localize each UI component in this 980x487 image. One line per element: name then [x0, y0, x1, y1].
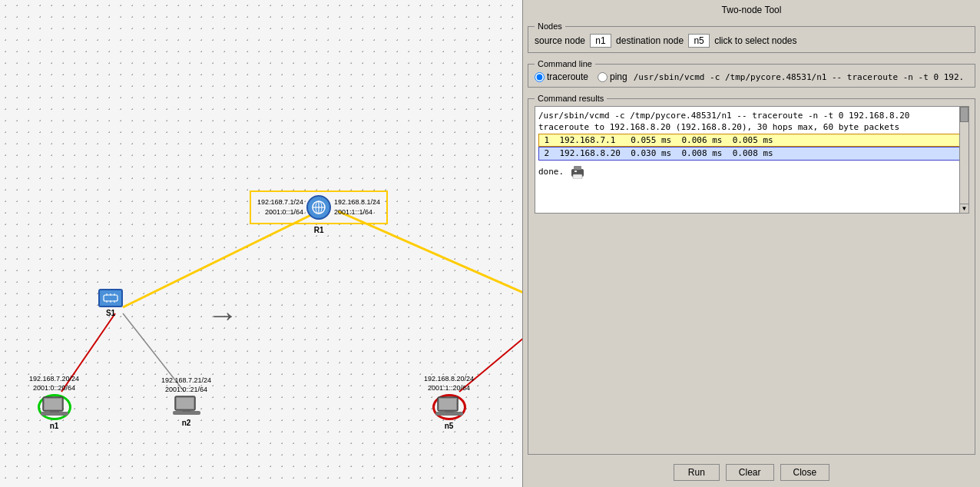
clear-button[interactable]: Clear	[726, 464, 774, 481]
result-line-0: /usr/sbin/vcmd -c /tmp/pycore.48531/n1 -…	[538, 111, 909, 121]
scrollbar-thumb[interactable]	[960, 107, 968, 122]
n2-addr: 192.168.7.21/24 2001:0::21/64	[161, 376, 211, 394]
node-n2[interactable]: 192.168.7.21/24 2001:0::21/64 n2	[161, 376, 211, 427]
panel-title: Two-node Tool	[523, 0, 980, 18]
run-button[interactable]: Run	[674, 464, 720, 481]
scroll-down-btn[interactable]: ▼	[960, 204, 968, 213]
direction-arrow: →	[207, 298, 238, 333]
svg-rect-33	[439, 399, 456, 409]
dest-node-value[interactable]: n5	[688, 34, 710, 48]
node-S1[interactable]: S1	[98, 289, 123, 317]
svg-rect-27	[50, 411, 59, 412]
result-line-1: traceroute to 192.168.8.20 (192.168.8.20…	[538, 122, 899, 132]
results-label: Command results	[535, 94, 607, 103]
result-line-2: 1 192.168.7.1 0.055 ms 0.006 ms 0.005 ms	[538, 134, 965, 147]
n5-addr: 192.168.8.20/24 2001:1::20/64	[424, 375, 474, 393]
n2-label: n2	[182, 419, 191, 427]
result-done: done.	[538, 165, 965, 179]
buttons-row: Run Clear Close	[523, 458, 980, 487]
svg-rect-29	[177, 398, 194, 409]
svg-rect-10	[104, 295, 118, 301]
n2-laptop-icon	[173, 396, 200, 417]
click-hint: click to select nodes	[714, 35, 796, 46]
node-R1[interactable]: 192.168.7.1/24 2001:0::1/64 192.168.8.1/…	[250, 190, 388, 234]
ping-label: ping	[610, 71, 627, 82]
traceroute-radio[interactable]	[535, 72, 545, 82]
n1-label: n1	[50, 422, 59, 430]
command-text: /usr/sbin/vcmd -c /tmp/pycore.48531/n1 -…	[634, 72, 968, 82]
printer-icon	[570, 165, 585, 179]
traceroute-radio-label[interactable]: traceroute	[535, 71, 588, 82]
result-line-3: 2 192.168.8.20 0.030 ms 0.008 ms 0.008 m…	[538, 147, 965, 160]
s1-label: S1	[106, 309, 115, 317]
results-box[interactable]: /usr/sbin/vcmd -c /tmp/pycore.48531/n1 -…	[535, 106, 968, 214]
r1-right-addr: 192.168.8.1/24 2001:1::1/64	[334, 197, 380, 217]
tool-panel: Two-node Tool Nodes source node n1 desti…	[522, 0, 980, 487]
svg-rect-31	[182, 410, 191, 412]
close-button[interactable]: Close	[780, 464, 830, 481]
n1-addr: 192.168.7.20/24 2001:0::20/64	[29, 375, 79, 393]
cmdline-section: Command line traceroute ping /usr/sbin/v…	[528, 59, 975, 88]
dest-label: destination node	[616, 35, 684, 46]
svg-rect-35	[445, 411, 454, 412]
router-icon	[311, 200, 326, 215]
source-label: source node	[535, 35, 585, 46]
n5-label: n5	[445, 422, 454, 430]
svg-rect-43	[574, 171, 577, 172]
nodes-section: Nodes source node n1 destination node n5…	[528, 22, 975, 53]
results-section: Command results /usr/sbin/vcmd -c /tmp/p…	[528, 94, 975, 455]
source-node-value[interactable]: n1	[590, 34, 611, 48]
svg-rect-41	[574, 166, 581, 170]
svg-rect-25	[45, 399, 61, 409]
nodes-section-label: Nodes	[535, 22, 565, 31]
scrollbar-track[interactable]: ▼	[959, 106, 969, 214]
n5-laptop-icon	[435, 396, 463, 418]
node-n5[interactable]: 192.168.8.20/24 2001:1::20/64 n5	[424, 375, 474, 430]
cmdline-label: Command line	[535, 59, 595, 68]
ping-radio[interactable]	[598, 72, 608, 82]
n1-laptop-icon	[41, 396, 68, 418]
ping-radio-label[interactable]: ping	[598, 71, 627, 82]
node-n1[interactable]: 192.168.7.20/24 2001:0::20/64 n1	[29, 375, 79, 430]
network-canvas[interactable]: → 192.168.7.1/24 2001:0::1/64	[0, 0, 522, 487]
r1-label: R1	[314, 226, 324, 234]
r1-left-addr: 192.168.7.1/24 2001:0::1/64	[257, 197, 303, 217]
traceroute-label: traceroute	[547, 71, 588, 82]
svg-rect-42	[573, 174, 582, 179]
switch-icon	[103, 293, 118, 303]
